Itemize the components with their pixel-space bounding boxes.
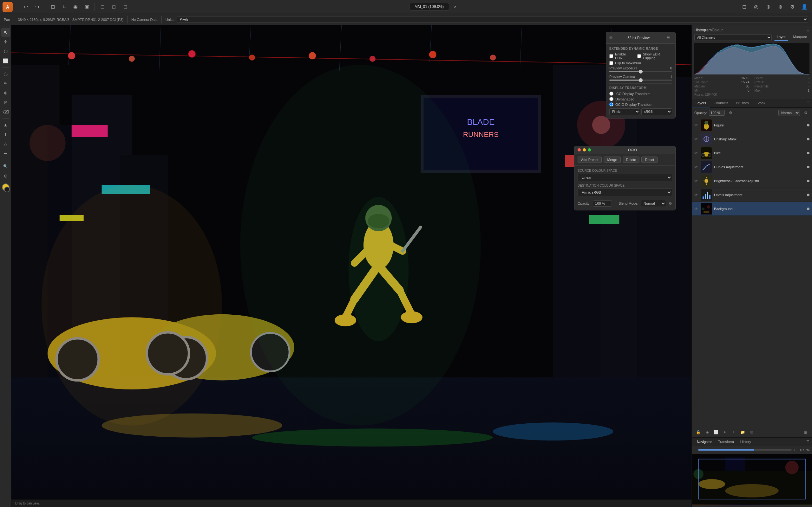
icc-radio[interactable] (609, 92, 613, 96)
channels-select[interactable]: All Channels (694, 34, 772, 41)
pan-tool-btn[interactable]: ↖ (1, 28, 10, 37)
source-colour-select[interactable]: Linear (577, 174, 672, 181)
ocio-radio[interactable] (609, 102, 613, 107)
svg-point-49 (369, 56, 375, 62)
histogram-menu[interactable]: ☰ (806, 28, 809, 32)
blend-mode-select[interactable]: Normal Multiply Screen Overlay (778, 110, 800, 116)
curves-layer[interactable]: 👁 Curves Adjustment (692, 160, 812, 174)
develop-btn[interactable]: ◉ (70, 2, 81, 12)
lock-layer-btn[interactable]: 🔒 (694, 429, 702, 436)
add-fx-btn[interactable]: ✦ (721, 429, 728, 436)
clip-max-checkbox[interactable] (609, 61, 613, 65)
layers-tab-btn[interactable]: Layers (692, 99, 710, 107)
add-adjustment-btn[interactable]: ◈ (703, 429, 711, 436)
tl-green[interactable] (588, 148, 591, 152)
layer-tab[interactable]: Layer (774, 34, 788, 41)
zoom-tool-btn[interactable]: 🔍 (1, 162, 10, 171)
eyedropper-tool-btn[interactable]: ⊙ (1, 171, 10, 180)
navigator-menu[interactable]: ☰ (806, 440, 809, 444)
shape-tool-btn[interactable]: △ (1, 139, 10, 148)
paint-tool-btn[interactable]: ✏ (1, 79, 10, 88)
photo-btn[interactable]: ▣ (82, 2, 92, 12)
channels-tab-btn[interactable]: Channels (710, 99, 732, 107)
merge-btn[interactable]: Merge (604, 157, 620, 163)
move-tool-btn[interactable]: ✛ (1, 38, 10, 46)
erase-tool-btn[interactable]: ⌫ (1, 107, 10, 116)
preview-menu-btn[interactable]: ☰ (664, 34, 672, 42)
histogram-section: Histogram Colour ☰ All Channels Layer Ma… (692, 25, 812, 99)
select1-btn[interactable]: □ (97, 2, 107, 12)
close-tab-btn[interactable]: ✕ (450, 2, 460, 12)
background-layer[interactable]: 👁 Background (692, 202, 812, 216)
view-btn[interactable]: ⊞ (48, 2, 58, 12)
opacity-input[interactable] (709, 110, 725, 116)
unsharp-layer[interactable]: 👁 Unsharp Mask (692, 132, 812, 146)
settings-btn[interactable]: ⚙ (787, 2, 798, 12)
ocio-blend-select[interactable]: Normal (641, 200, 666, 207)
levels-visibility-icon[interactable]: 👁 (694, 193, 699, 197)
transform-tool-btn[interactable]: ⬡ (1, 47, 10, 56)
figure-layer[interactable]: 👁 Figure (692, 118, 812, 132)
ocio-settings-icon[interactable]: ⚙ (669, 201, 672, 206)
history-fwd-btn[interactable]: ↪ (32, 2, 42, 12)
share-btn[interactable]: ⊕ (763, 2, 773, 12)
export-btn[interactable]: ⊛ (775, 2, 785, 12)
layer-settings-btn[interactable]: ⚙ (727, 109, 734, 117)
add-preset-btn[interactable]: Add Preset (577, 157, 602, 163)
delete-btn[interactable]: Delete (623, 157, 640, 163)
units-select[interactable]: Pixels (177, 16, 808, 23)
brightness-visibility-icon[interactable]: 👁 (694, 179, 699, 183)
bike-layer[interactable]: 👁 Bike (692, 146, 812, 160)
bike-visibility-icon[interactable]: 👁 (694, 151, 699, 155)
tl-red[interactable] (577, 148, 581, 152)
opacity-label: Opacity: (694, 111, 707, 115)
blend-mode-settings-btn[interactable]: ⚙ (802, 109, 809, 117)
unsharp-visibility-icon[interactable]: 👁 (694, 137, 699, 141)
reset-btn[interactable]: Reset (641, 157, 658, 163)
background-visibility-icon[interactable]: 👁 (694, 207, 699, 211)
group-layers-btn[interactable]: 📁 (739, 429, 746, 436)
add-layer-btn[interactable]: + (730, 429, 738, 436)
bg-color-swatch[interactable] (4, 187, 10, 192)
heal-tool-btn[interactable]: ⊕ (1, 89, 10, 97)
ocio-opacity-input[interactable] (593, 200, 612, 207)
text-tool-btn[interactable]: T (1, 130, 10, 139)
stock-tab-btn[interactable]: Stock (753, 99, 769, 107)
clone-tool-btn[interactable]: ⎘ (1, 98, 10, 107)
view-mode-btn[interactable]: ⊡ (739, 2, 749, 12)
marquee-tab[interactable]: Marquee (791, 34, 809, 41)
levels-layer[interactable]: 👁 Levels Adjustment (692, 188, 812, 202)
unmanaged-radio[interactable] (609, 97, 613, 101)
colour-tab[interactable]: Colour (712, 28, 723, 32)
arrange-btn[interactable]: ≋ (59, 2, 69, 12)
navigator-tab-btn[interactable]: Navigator (694, 439, 714, 445)
layers-menu-btn[interactable]: ☰ (805, 99, 812, 107)
srgb-select[interactable]: sRGB (641, 108, 672, 115)
delete-layer-btn[interactable]: 🗑 (802, 429, 809, 436)
select3-btn[interactable]: □ (120, 2, 131, 12)
brushes-tab-btn[interactable]: Brushes (732, 99, 753, 107)
enable-edr-checkbox[interactable] (609, 54, 613, 58)
brightness-layer[interactable]: 👁 Brightness / Contrast Adjustn (692, 174, 812, 188)
select2-btn[interactable]: □ (109, 2, 119, 12)
history-back-btn[interactable]: ↩ (20, 2, 31, 12)
zoom-btn[interactable]: ◎ (751, 2, 761, 12)
user-btn[interactable]: 👤 (799, 2, 809, 12)
pen-tool-btn[interactable]: ✒ (1, 149, 10, 158)
canvas-area[interactable]: BLADE RUNNERS (11, 25, 692, 507)
figure-visibility-icon[interactable]: 👁 (694, 123, 699, 127)
tl-yellow[interactable] (583, 148, 586, 152)
dest-colour-select[interactable]: Filmic sRGB (577, 188, 672, 196)
transform-tab-btn[interactable]: Transform (716, 439, 737, 445)
selection-tool-btn[interactable]: ◌ (1, 69, 10, 78)
navigator-preview[interactable] (692, 454, 812, 505)
zoom-in-btn[interactable]: + (793, 447, 796, 452)
history-tab-btn[interactable]: History (738, 439, 754, 445)
crop-tool-btn[interactable]: ⬜ (1, 56, 10, 65)
duplicate-btn[interactable]: ⎘ (748, 429, 755, 436)
filmic-select[interactable]: Filmic (609, 108, 640, 115)
fill-tool-btn[interactable]: ▲ (1, 120, 10, 129)
show-edr-checkbox[interactable] (637, 54, 641, 58)
curves-visibility-icon[interactable]: 👁 (694, 165, 699, 169)
add-mask-btn[interactable]: ⬜ (712, 429, 720, 436)
